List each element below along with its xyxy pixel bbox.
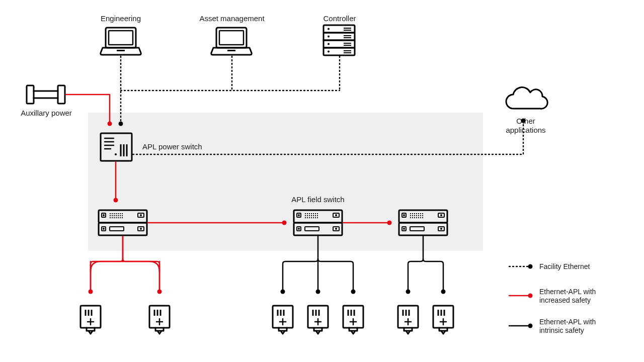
svg-point-125: [440, 214, 442, 216]
svg-point-130: [440, 228, 442, 230]
svg-rect-45: [122, 213, 123, 214]
field-device-icon: [343, 306, 363, 334]
svg-point-185: [441, 290, 446, 294]
svg-rect-108: [420, 213, 421, 214]
svg-rect-84: [317, 215, 318, 216]
legend-item-intrinsic: Ethernet-APL with intrinsic safety: [509, 318, 596, 334]
svg-rect-5: [227, 50, 235, 51]
svg-rect-4: [219, 31, 244, 45]
svg-rect-53: [110, 217, 111, 218]
svg-rect-42: [116, 213, 117, 214]
svg-rect-118: [412, 217, 413, 218]
svg-point-66: [140, 228, 142, 230]
server-icon: [324, 25, 355, 55]
svg-rect-72: [307, 213, 308, 214]
svg-rect-119: [414, 217, 415, 218]
svg-rect-40: [112, 213, 113, 214]
svg-rect-85: [305, 217, 306, 218]
svg-rect-79: [307, 215, 308, 216]
svg-point-98: [335, 228, 337, 230]
svg-point-182: [316, 290, 320, 294]
svg-rect-23: [58, 85, 65, 104]
apl-field-switch-label: APL field switch: [291, 195, 344, 204]
svg-text:increased safety: increased safety: [539, 296, 591, 304]
svg-rect-111: [412, 215, 413, 216]
svg-rect-59: [122, 217, 123, 218]
svg-point-174: [521, 119, 526, 123]
svg-rect-48: [114, 215, 115, 216]
svg-rect-107: [418, 213, 419, 214]
svg-point-173: [119, 122, 123, 126]
svg-point-184: [406, 290, 411, 294]
svg-rect-87: [309, 217, 310, 218]
svg-rect-15: [344, 30, 351, 31]
svg-point-95: [298, 228, 300, 230]
svg-rect-121: [418, 217, 419, 218]
svg-rect-116: [422, 215, 423, 216]
svg-text:Ethernet-APL with: Ethernet-APL with: [539, 288, 596, 296]
legend-item-increased: Ethernet-APL with increased safety: [509, 288, 596, 304]
aux-power-label: Auxillary power: [21, 109, 72, 117]
svg-point-180: [157, 290, 162, 294]
svg-point-179: [89, 290, 93, 294]
field-device-icon: [398, 306, 418, 334]
field-device-icon: [149, 306, 170, 334]
svg-rect-112: [414, 215, 415, 216]
svg-point-63: [103, 228, 105, 230]
field-device-icon: [80, 306, 101, 334]
svg-rect-88: [311, 217, 312, 218]
svg-rect-14: [344, 28, 351, 29]
svg-rect-77: [317, 213, 318, 214]
svg-point-31: [115, 153, 117, 155]
svg-rect-1: [109, 31, 133, 45]
svg-rect-110: [410, 215, 411, 216]
svg-rect-57: [118, 217, 119, 218]
svg-rect-123: [422, 217, 423, 218]
svg-point-178: [387, 221, 392, 225]
svg-rect-55: [114, 217, 115, 218]
svg-rect-47: [112, 215, 113, 216]
svg-rect-44: [120, 213, 121, 214]
svg-rect-50: [118, 215, 119, 216]
other-apps-label-1: Other: [516, 117, 535, 125]
svg-point-12: [328, 43, 330, 45]
svg-point-176: [114, 198, 118, 203]
svg-point-127: [403, 228, 405, 230]
svg-point-181: [281, 290, 285, 294]
svg-rect-74: [311, 213, 312, 214]
svg-rect-103: [410, 213, 411, 214]
svg-rect-106: [416, 213, 417, 214]
power-icon: [27, 85, 65, 104]
svg-rect-71: [305, 213, 306, 214]
svg-rect-109: [422, 213, 423, 214]
legend-item-facility: Facility Ethernet: [509, 262, 590, 270]
svg-point-183: [351, 290, 356, 294]
svg-rect-105: [414, 213, 415, 214]
svg-rect-115: [420, 215, 421, 216]
svg-point-177: [282, 221, 287, 225]
svg-rect-41: [114, 213, 115, 214]
svg-rect-39: [110, 213, 111, 214]
svg-rect-19: [344, 45, 351, 46]
other-apps-label-2: applications: [506, 126, 545, 134]
svg-rect-80: [309, 215, 310, 216]
laptop-icon: [101, 28, 141, 55]
svg-point-175: [108, 122, 112, 126]
svg-rect-49: [116, 215, 117, 216]
svg-rect-76: [315, 213, 316, 214]
svg-rect-122: [420, 217, 421, 218]
svg-rect-81: [311, 215, 312, 216]
svg-point-13: [328, 51, 330, 53]
svg-text:Ethernet-APL with: Ethernet-APL with: [539, 318, 596, 326]
svg-rect-75: [313, 213, 314, 214]
svg-point-102: [403, 214, 405, 216]
svg-rect-89: [313, 217, 314, 218]
svg-point-187: [528, 264, 533, 269]
svg-rect-117: [410, 217, 411, 218]
svg-rect-113: [416, 215, 417, 216]
svg-rect-18: [344, 43, 351, 44]
svg-rect-17: [344, 37, 351, 38]
svg-point-190: [528, 294, 533, 298]
svg-rect-86: [307, 217, 308, 218]
cloud-icon: [506, 87, 547, 109]
